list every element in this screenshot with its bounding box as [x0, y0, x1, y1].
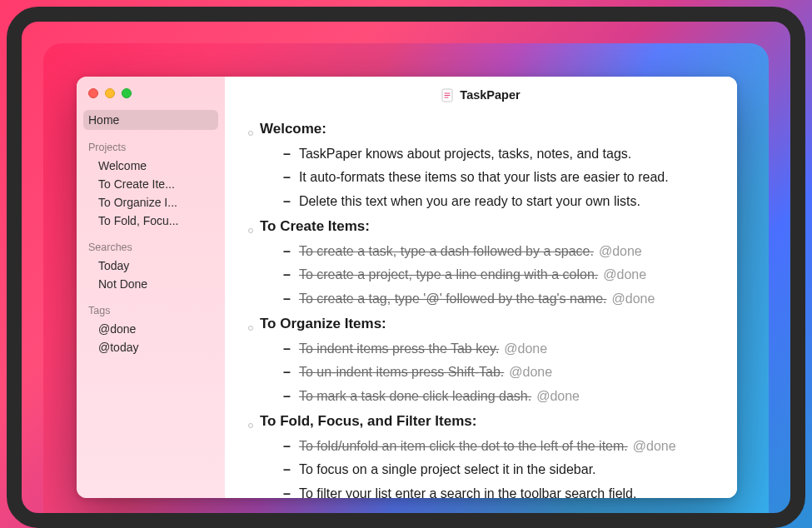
- close-button[interactable]: [88, 88, 98, 98]
- sidebar-item-project[interactable]: To Create Ite...: [77, 175, 225, 193]
- task-tag: @done: [603, 267, 646, 281]
- sidebar-item-search[interactable]: Today: [77, 257, 225, 275]
- fold-handle-icon[interactable]: [248, 228, 253, 233]
- task-tag: @done: [612, 291, 655, 306]
- fullscreen-button[interactable]: [122, 88, 132, 98]
- task-row[interactable]: –To mark a task done click leading dash.…: [248, 385, 714, 409]
- task-row[interactable]: –To focus on a single project select it …: [248, 458, 714, 482]
- sidebar: Home Projects Welcome To Create Ite... T…: [77, 77, 225, 498]
- task-row[interactable]: –To create a tag, type '@' followed by t…: [248, 287, 714, 311]
- sidebar-item-tag[interactable]: @done: [77, 320, 225, 338]
- project-title[interactable]: To Create Items:: [260, 214, 370, 240]
- task-row[interactable]: –To create a project, type a line ending…: [248, 263, 714, 287]
- sidebar-section-projects: Projects: [77, 130, 225, 157]
- project-row: To Fold, Focus, and Filter Items:: [248, 409, 714, 435]
- device-frame: Home Projects Welcome To Create Ite... T…: [7, 7, 805, 528]
- fold-handle-icon[interactable]: [248, 326, 253, 331]
- task-dash-icon[interactable]: –: [283, 435, 291, 459]
- task-dash-icon[interactable]: –: [283, 482, 291, 498]
- sidebar-section-searches: Searches: [77, 230, 225, 257]
- fold-handle-icon[interactable]: [248, 131, 253, 136]
- task-tag: @done: [599, 244, 642, 258]
- project-row: To Create Items:: [248, 214, 714, 240]
- document-icon: [441, 88, 453, 102]
- task-row[interactable]: –To fold/unfold an item click the dot to…: [248, 435, 714, 459]
- task-text: To filter your list enter a search in th…: [299, 482, 637, 498]
- task-text: To focus on a single project select it i…: [299, 458, 596, 482]
- task-tag: @done: [536, 389, 580, 403]
- task-row[interactable]: –Delete this text when you are ready to …: [248, 190, 714, 214]
- task-dash-icon[interactable]: –: [283, 263, 291, 287]
- sidebar-item-project[interactable]: To Organize I...: [77, 193, 225, 212]
- task-text: To create a tag, type '@' followed by th…: [299, 291, 607, 306]
- task-dash-icon[interactable]: –: [283, 142, 291, 167]
- traffic-lights: [77, 87, 225, 110]
- task-text: To un-indent items press Shift-Tab.: [299, 365, 504, 379]
- fold-handle-icon[interactable]: [248, 423, 253, 428]
- app-window: Home Projects Welcome To Create Ite... T…: [77, 77, 737, 498]
- task-text: TaskPaper knows about projects, tasks, n…: [299, 142, 631, 167]
- project-title[interactable]: To Fold, Focus, and Filter Items:: [260, 409, 476, 435]
- task-tag: @done: [504, 341, 547, 356]
- task-tag: @done: [509, 365, 552, 379]
- task-dash-icon[interactable]: –: [283, 190, 291, 214]
- task-row[interactable]: –To filter your list enter a search in t…: [248, 482, 714, 498]
- task-text: Delete this text when you are ready to s…: [299, 190, 640, 214]
- sidebar-section-tags: Tags: [77, 293, 225, 320]
- task-row[interactable]: –To un-indent items press Shift-Tab.@don…: [248, 361, 714, 385]
- sidebar-item-search[interactable]: Not Done: [77, 275, 225, 293]
- task-dash-icon[interactable]: –: [283, 166, 291, 190]
- project-title[interactable]: To Organize Items:: [260, 311, 386, 337]
- sidebar-item-project[interactable]: To Fold, Focu...: [77, 212, 225, 230]
- task-row[interactable]: –TaskPaper knows about projects, tasks, …: [248, 142, 714, 167]
- project-row: Welcome:: [248, 117, 714, 142]
- task-dash-icon[interactable]: –: [283, 361, 291, 385]
- task-tag: @done: [633, 439, 676, 453]
- document-content[interactable]: Welcome: –TaskPaper knows about projects…: [225, 113, 737, 498]
- task-text: To indent items press the Tab key.: [299, 341, 499, 356]
- task-dash-icon[interactable]: –: [283, 240, 291, 264]
- task-text: To create a project, type a line ending …: [299, 267, 598, 281]
- minimize-button[interactable]: [105, 88, 115, 98]
- sidebar-item-project[interactable]: Welcome: [77, 157, 225, 175]
- task-text: To mark a task done click leading dash.: [299, 389, 531, 403]
- task-text: To create a task, type a dash followed b…: [299, 244, 594, 258]
- titlebar: TaskPaper: [225, 77, 737, 113]
- project-row: To Organize Items:: [248, 311, 714, 337]
- task-dash-icon[interactable]: –: [283, 385, 291, 409]
- task-text: It auto-formats these items so that your…: [299, 166, 669, 190]
- task-dash-icon[interactable]: –: [283, 287, 291, 311]
- project-title[interactable]: Welcome:: [260, 117, 326, 142]
- window-title: TaskPaper: [460, 88, 520, 102]
- task-row[interactable]: –It auto-formats these items so that you…: [248, 166, 714, 190]
- task-dash-icon[interactable]: –: [283, 337, 291, 361]
- task-row[interactable]: –To create a task, type a dash followed …: [248, 240, 714, 264]
- sidebar-item-tag[interactable]: @today: [77, 338, 225, 356]
- desktop-wallpaper: Home Projects Welcome To Create Ite... T…: [43, 43, 769, 513]
- task-text: To fold/unfold an item click the dot to …: [299, 439, 628, 453]
- main-area: TaskPaper Welcome: –TaskPaper knows abou…: [225, 77, 737, 498]
- task-row[interactable]: –To indent items press the Tab key.@done: [248, 337, 714, 361]
- sidebar-item-home[interactable]: Home: [83, 110, 218, 130]
- task-dash-icon[interactable]: –: [283, 458, 291, 482]
